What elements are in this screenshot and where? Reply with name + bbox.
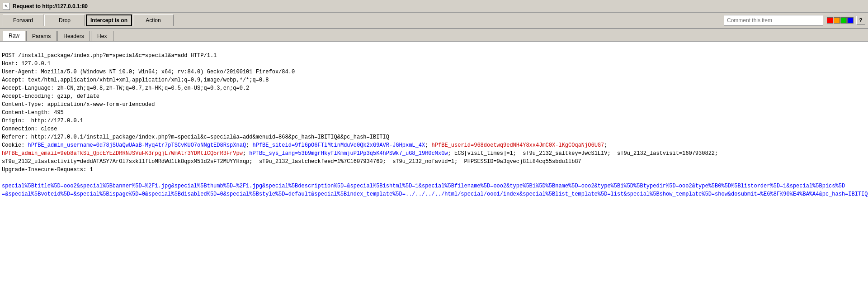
cookie-val3: hPfBE_userid=968doetwq9edNH4Y8xx4JmC0X-l… <box>432 142 604 148</box>
comment-input[interactable] <box>724 15 823 26</box>
request-line: POST /install_package/index.php?m=specia… <box>2 53 389 148</box>
cookie-val2: hPfBE_siteid=9fl6pO6FTlMtinMduVo0Qk2xG9A… <box>253 142 425 148</box>
color-dot-orange[interactable] <box>834 17 840 24</box>
body-line1: special%5Btitle%5D=ooo2&special%5Bbanner… <box>2 183 868 197</box>
tab-raw[interactable]: Raw <box>3 31 25 41</box>
content-area[interactable]: POST /install_package/index.php?m=specia… <box>0 42 868 297</box>
action-button[interactable]: Action <box>133 14 174 26</box>
help-button[interactable]: ? <box>856 16 865 25</box>
cookie-val1: hPfBE_admin_username=0d78jSUaQwUAaB-Myq4… <box>28 142 246 148</box>
title-bar: ✎ Request to http://127.0.0.1:80 <box>0 0 868 13</box>
color-dot-red[interactable] <box>827 17 833 24</box>
title-icon: ✎ <box>3 3 10 10</box>
color-dot-blue[interactable] <box>847 17 854 24</box>
title-text: Request to http://127.0.0.1:80 <box>13 3 88 10</box>
tabs-bar: Raw Params Headers Hex <box>0 29 868 42</box>
cookie-val5: hPfBE_sys_lang=53b9mgrHkyflKmmjuP1Pp3q5K… <box>249 150 448 157</box>
toolbar: Forward Drop Intercept is on Action ? <box>0 13 868 29</box>
drop-button[interactable]: Drop <box>44 14 85 26</box>
cookie-val4: hPfBE_admin_email=9eb8afkSi_QpcEYEZDRRNJ… <box>2 150 243 157</box>
tab-params[interactable]: Params <box>26 31 57 41</box>
tab-headers[interactable]: Headers <box>57 31 90 41</box>
intercept-button[interactable]: Intercept is on <box>86 14 132 26</box>
tab-hex[interactable]: Hex <box>91 31 113 41</box>
forward-button[interactable]: Forward <box>3 14 43 26</box>
color-dots <box>827 17 854 24</box>
color-dot-green[interactable] <box>840 17 847 24</box>
request-content: POST /install_package/index.php?m=specia… <box>2 43 866 206</box>
